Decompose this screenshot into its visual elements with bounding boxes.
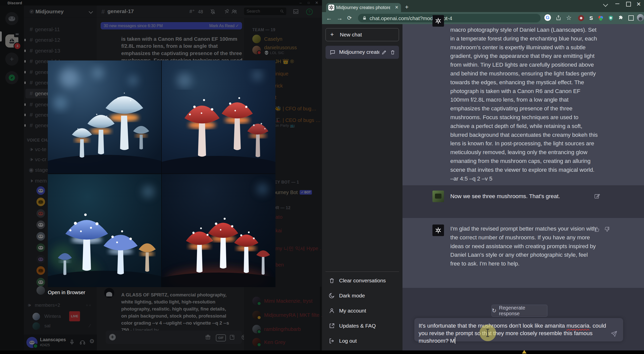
mushroom-image-quadrant-1[interactable] [48, 60, 161, 173]
reload-button[interactable]: ⟳ [347, 15, 352, 22]
window-minimize-button[interactable] [615, 4, 619, 4]
menu-label: Updates & FAQ [339, 323, 376, 329]
google-icon[interactable]: G [544, 14, 551, 21]
mushroom-image-quadrant-2[interactable] [162, 60, 275, 173]
user-message-block: Now we see three mushrooms. That's great… [403, 185, 644, 218]
thumbs-down-icon[interactable] [604, 226, 610, 233]
chrome-tab-strip: Midjourney creates photorealisti ✕ + ✕ [322, 0, 644, 12]
mushroom-image-quadrant-3[interactable] [48, 174, 161, 287]
new-chat-button[interactable]: + New chat [326, 28, 399, 41]
browser-tab-active[interactable]: Midjourney creates photorealisti ✕ [326, 3, 401, 12]
menu-label: Dark mode [339, 293, 365, 299]
tab-title: Midjourney creates photorealisti [336, 5, 390, 10]
mushroom-image-quadrant-4[interactable] [162, 174, 275, 287]
external-link-icon [329, 323, 335, 329]
forward-button[interactable]: → [337, 15, 343, 22]
share-icon[interactable] [555, 15, 561, 21]
extensions-puzzle-icon[interactable] [618, 15, 624, 21]
profile-avatar[interactable] [637, 14, 644, 21]
image-lightbox: Open in Browser [48, 60, 275, 287]
my-account-item[interactable]: My account [326, 305, 399, 317]
cursor-highlight [479, 325, 496, 341]
chat-input-box[interactable]: It's unfortunate that the mushrooms don'… [414, 318, 623, 341]
sidebar-divider [326, 272, 399, 272]
chrome-toolbar: ← → ⟳ chat.openai.com/chat?model=gpt-4 G… [322, 12, 644, 24]
chatgpt-favicon [328, 5, 334, 11]
menu-label: My account [339, 308, 366, 314]
screen: Discord – □ ✕ 3 + [0, 0, 644, 354]
assistant-message-block: I'm glad the revised prompt better match… [403, 218, 644, 288]
misspelled-word: muscaria [567, 323, 589, 329]
screen-bottom-strip [0, 350, 644, 354]
avatar-face [639, 17, 642, 21]
tab-close-icon[interactable]: ✕ [395, 5, 398, 10]
chatgpt-main: macro photography style of Daniel Laan (… [403, 24, 644, 350]
clear-conversations-item[interactable]: Clear conversations [326, 275, 399, 286]
text-cursor-icon [487, 329, 488, 337]
discord-window: Discord – □ ✕ 3 + [0, 0, 322, 350]
assistant-message-text: I'm glad the revised prompt better match… [450, 225, 599, 268]
trash-icon [329, 277, 335, 284]
window-close-button[interactable]: ✕ [636, 1, 641, 8]
user-avatar [432, 191, 444, 202]
refresh-icon: ↻ [492, 307, 496, 314]
chat-history-item[interactable]: Midjourney creates pho [326, 46, 399, 59]
back-button[interactable]: ← [326, 15, 332, 22]
chat-input-text: It's unfortunate that the mushrooms don'… [419, 322, 612, 345]
extension-icon-1[interactable] [578, 15, 584, 21]
user-message-text: Now we see three mushrooms. That's great… [450, 192, 599, 201]
chrome-window: Midjourney creates photorealisti ✕ + ✕ ←… [322, 0, 644, 350]
moon-icon [329, 292, 335, 299]
person-icon [329, 307, 335, 314]
log-out-item[interactable]: Log out [326, 335, 399, 347]
chatgpt-avatar [432, 15, 444, 27]
chatgpt-avatar [432, 225, 444, 236]
address-bar[interactable]: chat.openai.com/chat?model=gpt-4 [358, 14, 541, 22]
midjourney-image-grid[interactable] [48, 60, 275, 287]
open-in-browser-link[interactable]: Open in Browser [48, 290, 85, 295]
chatgpt-sidebar: + New chat Midjourney creates pho Clear … [322, 24, 403, 350]
extension-icon-4[interactable] [608, 15, 614, 21]
menu-label: Clear conversations [339, 278, 386, 284]
menu-label: Log out [339, 338, 357, 344]
trash-icon[interactable] [390, 50, 395, 55]
new-chat-label: New chat [340, 32, 362, 38]
updates-faq-item[interactable]: Updates & FAQ [326, 320, 399, 332]
bookmark-star-icon[interactable]: ☆ [566, 14, 572, 21]
chat-history-title: Midjourney creates pho [339, 49, 379, 55]
plus-icon: + [330, 31, 334, 37]
chat-bubble-icon [330, 49, 336, 55]
new-tab-button[interactable]: + [405, 4, 409, 10]
dark-mode-item[interactable]: Dark mode [326, 290, 399, 301]
thumbs-up-icon[interactable] [594, 226, 600, 233]
avatar-art [435, 194, 441, 199]
extension-icon-2[interactable]: S [588, 15, 594, 21]
edit-message-icon[interactable] [594, 193, 600, 199]
extension-glyph [580, 17, 582, 19]
extension-icon-3[interactable] [598, 15, 604, 21]
window-chevron-icon[interactable] [603, 2, 608, 7]
regenerate-label: Regenerate response [499, 305, 547, 317]
sidebar-toggle-icon[interactable] [628, 15, 634, 21]
window-maximize-button[interactable] [626, 2, 631, 7]
text-caret [455, 337, 455, 344]
taskbar-peek-glyph [522, 350, 527, 353]
send-icon[interactable] [611, 330, 618, 337]
assistant-message-text: macro photography style of Daniel Laan (… [450, 26, 599, 183]
assistant-message-block: macro photography style of Daniel Laan (… [403, 24, 644, 186]
lock-icon [362, 16, 367, 20]
regenerate-response-button[interactable]: ↻ Regenerate response [492, 305, 547, 317]
logout-icon [329, 338, 335, 344]
edit-icon[interactable] [381, 50, 387, 55]
